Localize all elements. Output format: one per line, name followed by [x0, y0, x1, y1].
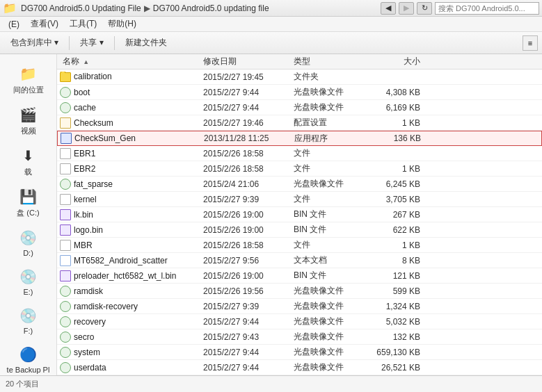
- file-type: 文件: [294, 193, 363, 205]
- table-row[interactable]: recovery2015/2/27 9:44光盘映像文件5,032 KB: [57, 314, 542, 329]
- menu-edit[interactable]: (E): [3, 18, 25, 31]
- file-type: 文件夹: [294, 71, 363, 83]
- file-icon: [60, 316, 71, 327]
- main-layout: 📁 间的位置 🎬 视频 ⬇ 载 💾 盘 (C:) 💿 D:) 💿 E:) 💿 F…: [0, 54, 542, 375]
- sidebar-item-drive-f[interactable]: 💿 F:): [3, 302, 54, 339]
- sidebar-item-downloads-label: 载: [24, 167, 32, 177]
- sidebar-item-drive-f-label: F:): [24, 327, 33, 335]
- table-row[interactable]: kernel2015/2/27 9:39文件3,705 KB: [57, 192, 542, 207]
- file-size: 8 KB: [363, 256, 426, 266]
- file-icon: [60, 362, 71, 373]
- file-icon: [60, 347, 71, 358]
- file-date: 2015/2/27 9:56: [203, 256, 294, 266]
- file-name: boot: [57, 87, 203, 98]
- file-type: 配置设置: [294, 117, 363, 129]
- downloads-icon: ⬇: [19, 146, 38, 165]
- sidebar-item-backup[interactable]: 🔵 te Backup Pl: [3, 341, 54, 375]
- table-row[interactable]: boot2015/2/27 9:44光盘映像文件4,308 KB: [57, 85, 542, 100]
- file-date: 2015/2/27 9:39: [203, 195, 294, 204]
- file-type: 文件: [294, 239, 363, 251]
- table-row[interactable]: MBR2015/2/26 18:58文件1 KB: [57, 238, 542, 253]
- table-row[interactable]: calibration2015/2/27 19:45文件夹: [57, 70, 542, 85]
- file-date: 2015/2/26 18:58: [203, 164, 294, 174]
- col-header-size[interactable]: 大小: [363, 56, 426, 67]
- breadcrumb-sep1: ▶: [144, 3, 150, 13]
- table-row[interactable]: ramdisk2015/2/26 19:56光盘映像文件599 KB: [57, 284, 542, 299]
- file-list: calibration2015/2/27 19:45文件夹boot2015/2/…: [57, 70, 542, 375]
- file-date: 2015/2/27 9:44: [203, 103, 294, 113]
- breadcrumb-part2: DG700 Android5.0 updating file: [153, 3, 269, 13]
- folder-icon: 📁: [3, 1, 17, 15]
- file-icon: [61, 133, 72, 144]
- file-type: 光盘映像文件: [294, 178, 363, 190]
- table-row[interactable]: cache2015/2/27 9:44光盘映像文件6,169 KB: [57, 100, 542, 115]
- forward-button[interactable]: ▶: [399, 2, 414, 15]
- file-size: 1 KB: [363, 164, 426, 174]
- sidebar-item-drive-c[interactable]: 💾 盘 (C:): [3, 183, 54, 222]
- file-type: 光盘映像文件: [294, 300, 363, 312]
- column-headers: 名称 ▲ 修改日期 类型 大小: [57, 54, 542, 70]
- menu-bar: (E) 查看(V) 工具(T) 帮助(H): [0, 17, 542, 32]
- sidebar-item-backup-label: te Backup Pl: [7, 366, 50, 374]
- view-toggle-button[interactable]: ≡: [523, 35, 538, 51]
- file-icon: [60, 255, 71, 266]
- refresh-button[interactable]: ↻: [417, 2, 432, 15]
- file-date: 2015/2/27 9:44: [203, 363, 294, 373]
- toolbar-sep1: [69, 36, 70, 50]
- toolbar-sep2: [114, 36, 115, 50]
- sidebar: 📁 间的位置 🎬 视频 ⬇ 载 💾 盘 (C:) 💿 D:) 💿 E:) 💿 F…: [0, 54, 57, 375]
- new-folder-button[interactable]: 新建文件夹: [119, 34, 173, 51]
- file-name: calibration: [57, 72, 203, 82]
- file-size: 1,324 KB: [363, 302, 426, 311]
- back-button[interactable]: ◀: [381, 2, 396, 15]
- table-row[interactable]: lk.bin2015/2/26 19:00BIN 文件267 KB: [57, 207, 542, 222]
- title-bar: 📁 DG700 Android5.0 Updating File ▶ DG700…: [0, 0, 542, 17]
- sidebar-item-video[interactable]: 🎬 视频: [3, 101, 54, 140]
- table-row[interactable]: secro2015/2/27 9:43光盘映像文件132 KB: [57, 329, 542, 345]
- status-item-count: 20 个项目: [6, 379, 39, 389]
- table-row[interactable]: fat_sparse2015/2/4 21:06光盘映像文件6,245 KB: [57, 177, 542, 192]
- file-size: 1 KB: [363, 118, 426, 128]
- sidebar-item-locations[interactable]: 📁 间的位置: [3, 60, 54, 99]
- sidebar-item-drive-e[interactable]: 💿 E:): [3, 263, 54, 300]
- file-type: 文件: [294, 147, 363, 159]
- col-header-name[interactable]: 名称 ▲: [57, 56, 203, 67]
- file-date: 2015/2/27 9:44: [203, 88, 294, 97]
- menu-help[interactable]: 帮助(H): [102, 17, 142, 31]
- file-size: 659,130 KB: [363, 348, 426, 357]
- file-type: 光盘映像文件: [294, 361, 363, 373]
- menu-view[interactable]: 查看(V): [25, 17, 64, 31]
- sidebar-item-drive-d[interactable]: 💿 D:): [3, 224, 54, 261]
- table-row[interactable]: ramdisk-recovery2015/2/27 9:39光盘映像文件1,32…: [57, 299, 542, 314]
- search-input[interactable]: [435, 2, 539, 15]
- include-library-button[interactable]: 包含到库中 ▾: [4, 34, 65, 51]
- menu-tools[interactable]: 工具(T): [64, 17, 102, 31]
- table-row[interactable]: system2015/2/27 9:44光盘映像文件659,130 KB: [57, 345, 542, 360]
- file-name: CheckSum_Gen: [58, 133, 204, 144]
- drive-e-icon: 💿: [19, 267, 38, 286]
- table-row[interactable]: logo.bin2015/2/26 19:00BIN 文件622 KB: [57, 222, 542, 238]
- file-name: MBR: [57, 240, 203, 251]
- share-button[interactable]: 共享 ▾: [74, 34, 109, 51]
- new-folder-label: 新建文件夹: [125, 37, 167, 49]
- col-header-date[interactable]: 修改日期: [203, 56, 294, 67]
- video-icon: 🎬: [19, 105, 38, 124]
- file-date: 2015/2/26 19:00: [203, 225, 294, 235]
- status-bar: 20 个项目: [0, 375, 542, 392]
- file-size: 622 KB: [363, 225, 426, 235]
- table-row[interactable]: preloader_hct6582_wt_l.bin2015/2/26 19:0…: [57, 268, 542, 284]
- file-type: 应用程序: [294, 133, 364, 145]
- file-size: 3,705 KB: [363, 195, 426, 204]
- file-date: 2015/2/27 9:39: [203, 302, 294, 311]
- file-type: 光盘映像文件: [294, 316, 363, 327]
- table-row[interactable]: Checksum2015/2/27 19:46配置设置1 KB: [57, 115, 542, 131]
- table-row[interactable]: EBR12015/2/26 18:58文件: [57, 146, 542, 161]
- file-name: system: [57, 347, 203, 358]
- table-row[interactable]: MT6582_Android_scatter2015/2/27 9:56文本文档…: [57, 253, 542, 268]
- col-header-type[interactable]: 类型: [294, 56, 363, 67]
- table-row[interactable]: EBR22015/2/26 18:58文件1 KB: [57, 161, 542, 177]
- table-row[interactable]: CheckSum_Gen2013/11/28 11:25应用程序136 KB: [57, 131, 542, 146]
- sidebar-item-downloads[interactable]: ⬇ 载: [3, 142, 54, 181]
- table-row[interactable]: userdata2015/2/27 9:44光盘映像文件26,521 KB: [57, 360, 542, 375]
- file-type: BIN 文件: [294, 270, 363, 281]
